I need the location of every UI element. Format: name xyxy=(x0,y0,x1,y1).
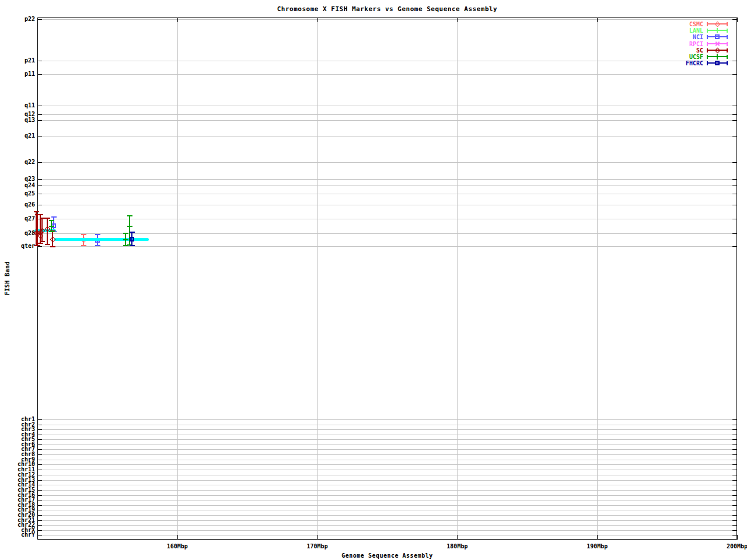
legend-sample-cap xyxy=(727,35,728,39)
error-bar-cap xyxy=(50,246,55,247)
error-bar-cap xyxy=(49,231,54,232)
y-tick-label: q23 xyxy=(1,176,35,182)
y-tick-label: q24 xyxy=(1,183,35,188)
error-bar-cap xyxy=(45,244,50,245)
error-bar-cap xyxy=(81,234,86,235)
legend-item-label: RPCI xyxy=(657,41,703,47)
error-bar-cap xyxy=(123,233,128,234)
y-tick-label: p22 xyxy=(1,16,35,22)
legend-sample-cap xyxy=(727,22,728,26)
x-tick-label: 190Mbp xyxy=(580,543,615,550)
y-tick-label: p21 xyxy=(1,58,35,64)
error-bar-cap xyxy=(130,232,135,233)
y-tick-label: p11 xyxy=(1,71,35,77)
legend-sample-cap xyxy=(707,35,708,39)
x-tick-bottom xyxy=(737,535,738,540)
legend-sample-cap xyxy=(727,61,728,65)
chart-canvas: Chromosome X FISH Markers vs Genome Sequ… xyxy=(0,0,747,560)
y-tick-label: q26 xyxy=(1,202,35,208)
legend-item-label: LANL xyxy=(657,27,703,34)
marker-square xyxy=(130,237,134,242)
y-tick-label: q21 xyxy=(1,133,35,139)
legend-sample-cap xyxy=(707,29,708,33)
legend-sample-cap xyxy=(727,48,728,52)
legend-item-label: UCSF xyxy=(657,54,703,60)
error-bar-cap xyxy=(40,218,45,219)
marker-plus xyxy=(129,224,130,229)
marker-plus xyxy=(125,237,126,243)
legend-item-label: FHCRC xyxy=(657,60,703,66)
legend-sample-cap xyxy=(707,22,708,26)
error-bar-cap xyxy=(51,216,57,218)
marker-plus xyxy=(717,28,718,33)
plot-border xyxy=(37,18,737,540)
error-bar-cap xyxy=(38,243,43,244)
error-bar-cap xyxy=(130,245,135,246)
error-bar-cap xyxy=(38,214,43,215)
legend-sample-cap xyxy=(707,48,708,52)
x-tick-label: 160Mbp xyxy=(160,543,195,550)
x-tick-label: 180Mbp xyxy=(439,543,474,550)
y-tick-label: q11 xyxy=(1,103,35,108)
marker-square xyxy=(715,61,720,65)
error-bar-cap xyxy=(45,218,50,219)
error-bar-cap xyxy=(49,220,54,221)
error-bar-cap xyxy=(34,211,39,212)
x-tick-label: 170Mbp xyxy=(300,543,335,550)
x-tick-top xyxy=(737,18,738,22)
legend-item-label: CSMC xyxy=(657,21,703,27)
y-tick-label: q27 xyxy=(1,216,35,222)
legend-sample-cap xyxy=(727,29,728,33)
error-bar-cap xyxy=(35,245,40,246)
marker-plus xyxy=(717,54,718,60)
y-tick-label: chrY xyxy=(1,532,35,538)
legend-sample-cap xyxy=(707,55,708,59)
error-bar-cap xyxy=(95,245,100,246)
legend-sample-cap xyxy=(727,42,728,46)
y-tick-label: q25 xyxy=(1,191,35,197)
marker-square xyxy=(715,34,720,39)
legend-item-label: SC xyxy=(657,47,703,54)
y-tick-label: q13 xyxy=(1,117,35,123)
error-bar-cap xyxy=(40,241,45,242)
error-bar-cap xyxy=(95,234,100,235)
marker-plus xyxy=(51,224,52,229)
y-tick-label: q28 xyxy=(1,230,35,236)
legend-item-label: NCI xyxy=(657,34,703,40)
error-bar-cap xyxy=(81,245,86,246)
error-bar-cap xyxy=(127,215,132,216)
legend-sample-cap xyxy=(707,61,708,65)
x-tick-label: 200Mbp xyxy=(720,543,747,550)
y-tick-label: q22 xyxy=(1,159,35,165)
legend-sample-cap xyxy=(707,42,708,46)
highlight-band-segment xyxy=(54,238,149,241)
y-tick-label: qter xyxy=(1,243,35,249)
legend-sample-cap xyxy=(727,55,728,59)
